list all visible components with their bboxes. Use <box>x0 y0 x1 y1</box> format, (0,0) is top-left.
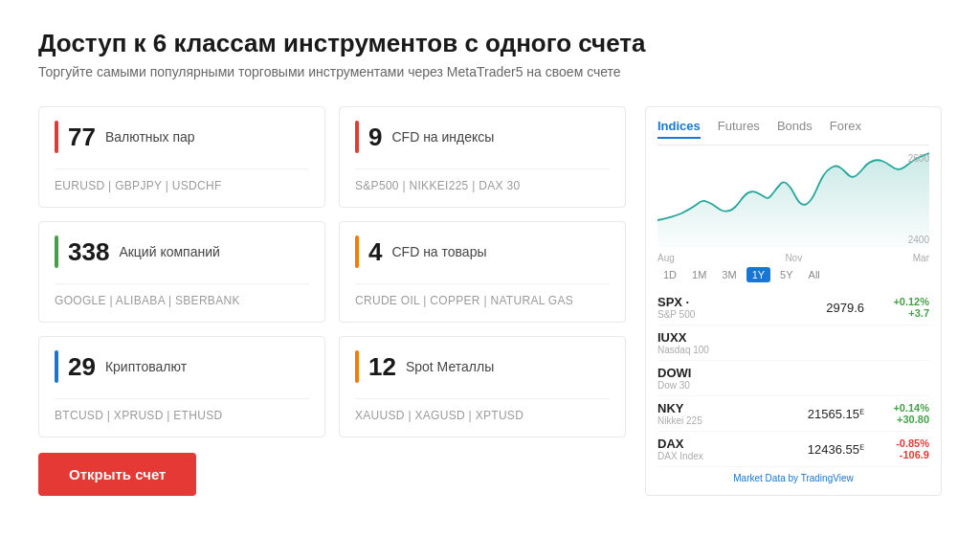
page-title: Доступ к 6 классам инструментов с одного… <box>38 29 942 58</box>
index-name: SPX · <box>657 295 826 309</box>
card-items: BTCUSD | XPRUSD | ETHUSD <box>55 398 309 422</box>
index-row-dax: DAX DAX Index 12436.55ᴱ -0.85% -106.9 <box>657 432 929 467</box>
index-row-iuxx: IUXX Nasdaq 100 <box>657 325 929 361</box>
card-header: 77 Валютных пар <box>55 121 309 153</box>
instrument-card-stocks: 338 Акций компаний GOOGLE | ALIBABA | SB… <box>38 221 325 323</box>
time-button-1y[interactable]: 1Y <box>746 267 770 282</box>
index-sub: Dow 30 <box>657 380 864 391</box>
index-row-dowi: DOWI Dow 30 <box>657 361 929 396</box>
index-list: SPX · S&P 500 2979.6 +0.12% +3.7 IUXX Na… <box>657 290 929 467</box>
index-change: -0.85% -106.9 <box>872 437 929 460</box>
card-header: 12 Spot Металлы <box>355 350 610 383</box>
card-items: GOOGLE | ALIBABA | SBERBANK <box>55 283 309 307</box>
index-info: DOWI Dow 30 <box>657 366 864 391</box>
chart-y-labels: 2600 2400 <box>908 151 929 247</box>
card-label: Spot Металлы <box>406 359 494 374</box>
instrument-card-indices: 9 CFD на индексы S&P500 | NIKKEI225 | DA… <box>339 106 626 208</box>
open-account-button[interactable]: Открыть счет <box>38 453 196 496</box>
index-info: NKY Nikkei 225 <box>657 401 808 426</box>
chart-x-labels: Aug Nov Mar <box>657 253 929 263</box>
card-header: 4 CFD на товары <box>355 235 610 268</box>
card-header: 338 Акций компаний <box>55 235 309 268</box>
chart-widget: IndicesFuturesBondsForex 2600 2400 Aug N… <box>645 106 942 496</box>
card-items: XAUUSD | XAGUSD | XPTUSD <box>355 398 610 422</box>
card-header: 29 Криптовалют <box>55 350 309 383</box>
chart-svg <box>657 151 929 247</box>
card-items: CRUDE OIL | COPPER | NATURAL GAS <box>355 283 610 307</box>
index-row-nky: NKY Nikkei 225 21565.15ᴱ +0.14% +30.80 <box>657 396 929 432</box>
time-button-1m[interactable]: 1M <box>686 267 712 282</box>
card-accent-bar <box>355 121 359 153</box>
index-change: +0.14% +30.80 <box>872 402 929 425</box>
instrument-card-commodities: 4 CFD на товары CRUDE OIL | COPPER | NAT… <box>339 221 626 323</box>
index-sub: Nikkei 225 <box>657 415 808 426</box>
card-number: 77 <box>68 123 96 152</box>
card-accent-bar <box>355 350 359 383</box>
index-sub: Nasdaq 100 <box>657 345 864 355</box>
time-button-5y[interactable]: 5Y <box>774 267 798 282</box>
index-sub: DAX Index <box>657 451 808 461</box>
card-number: 29 <box>68 352 96 382</box>
card-label: Акций компаний <box>119 244 219 259</box>
chart-tab-bonds[interactable]: Bonds <box>777 119 813 139</box>
index-info: SPX · S&P 500 <box>657 295 826 320</box>
chart-tabs: IndicesFuturesBondsForex <box>657 119 929 146</box>
index-price: 2979.6 <box>826 301 864 315</box>
market-data-footer: Market Data by TradingView <box>657 473 929 483</box>
card-header: 9 CFD на индексы <box>355 121 610 153</box>
instrument-cards: 77 Валютных пар EURUSD | GBPJPY | USDCHF… <box>38 106 626 437</box>
chart-tab-forex[interactable]: Forex <box>830 119 861 139</box>
card-label: CFD на товары <box>391 244 486 259</box>
page-subtitle: Торгуйте самыми популярными торговыми ин… <box>38 64 942 79</box>
time-button-1d[interactable]: 1D <box>657 267 682 282</box>
instrument-card-crypto: 29 Криптовалют BTCUSD | XPRUSD | ETHUSD <box>38 336 325 437</box>
card-number: 12 <box>368 352 396 382</box>
index-change: +0.12% +3.7 <box>872 296 929 319</box>
time-button-all[interactable]: All <box>803 267 826 282</box>
card-accent-bar <box>55 350 58 383</box>
index-info: DAX DAX Index <box>657 437 808 461</box>
card-number: 4 <box>368 237 382 267</box>
index-price: 12436.55ᴱ <box>808 442 864 457</box>
card-items: EURUSD | GBPJPY | USDCHF <box>55 168 309 192</box>
card-label: CFD на индексы <box>391 129 494 145</box>
card-accent-bar <box>355 235 359 268</box>
index-name: DOWI <box>657 366 864 380</box>
card-number: 338 <box>68 237 109 267</box>
card-label: Валютных пар <box>105 129 195 145</box>
main-layout: 77 Валютных пар EURUSD | GBPJPY | USDCHF… <box>38 106 942 496</box>
chart-tab-indices[interactable]: Indices <box>657 119 701 139</box>
card-accent-bar <box>55 121 58 153</box>
index-name: IUXX <box>657 330 864 345</box>
time-buttons: 1D1M3M1Y5YAll <box>657 267 929 282</box>
chart-tab-futures[interactable]: Futures <box>718 119 760 139</box>
card-accent-bar <box>55 235 58 268</box>
card-number: 9 <box>368 123 382 152</box>
cards-and-button: 77 Валютных пар EURUSD | GBPJPY | USDCHF… <box>38 106 626 496</box>
index-name: DAX <box>657 437 808 451</box>
index-sub: S&P 500 <box>657 309 826 320</box>
card-label: Криптовалют <box>105 359 187 374</box>
chart-area: 2600 2400 <box>657 151 929 247</box>
time-button-3m[interactable]: 3M <box>716 267 742 282</box>
index-row-spx: SPX · S&P 500 2979.6 +0.12% +3.7 <box>657 290 929 325</box>
card-items: S&P500 | NIKKEI225 | DAX 30 <box>355 168 610 192</box>
index-info: IUXX Nasdaq 100 <box>657 330 864 355</box>
instrument-card-metals: 12 Spot Металлы XAUUSD | XAGUSD | XPTUSD <box>339 336 626 437</box>
instrument-card-forex: 77 Валютных пар EURUSD | GBPJPY | USDCHF <box>38 106 325 208</box>
index-price: 21565.15ᴱ <box>808 407 864 421</box>
index-name: NKY <box>657 401 808 415</box>
